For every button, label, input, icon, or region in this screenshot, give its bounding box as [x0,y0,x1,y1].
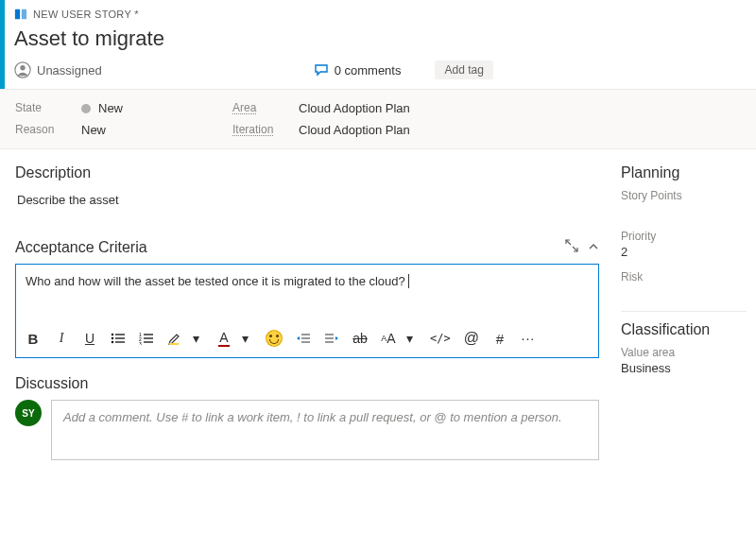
font-color-chevron-icon[interactable]: ▾ [237,329,252,348]
story-points-field[interactable] [621,204,747,218]
area-label: Area [232,101,289,115]
iteration-label: Iteration [232,123,289,137]
add-tag-button[interactable]: Add tag [435,60,492,79]
acceptance-criteria-editor[interactable]: Who and how will the asset be tested onc… [15,264,599,358]
avatar: SY [15,400,42,426]
fullscreen-icon[interactable] [565,239,578,256]
description-editor[interactable]: Describe the asset [15,189,599,230]
priority-field[interactable]: 2 [621,245,747,259]
svg-point-6 [112,341,113,343]
emoji-button[interactable] [266,329,283,348]
highlight-chevron-icon[interactable]: ▾ [188,329,203,348]
svg-text:3: 3 [139,341,142,345]
story-points-label: Story Points [621,189,747,202]
font-color-button[interactable]: A [216,329,232,348]
more-button[interactable]: ··· [521,329,536,348]
state-label: State [15,101,72,115]
acceptance-heading: Acceptance Criteria [15,239,147,256]
text-size-chevron-icon[interactable]: ▾ [402,329,417,348]
work-item-type-label: NEW USER STORY * [33,9,139,20]
svg-point-4 [112,334,113,335]
risk-field[interactable] [621,285,747,300]
bullet-list-button[interactable] [111,329,126,348]
svg-rect-0 [15,9,20,20]
highlight-button[interactable] [167,329,182,348]
reason-label: Reason [15,123,72,137]
text-size-button[interactable]: AA [381,329,396,348]
bold-button[interactable]: B [26,329,41,348]
assignee-label: Unassigned [37,63,102,77]
comments-link[interactable]: 0 comments [314,62,413,77]
hash-button[interactable]: # [492,329,507,348]
discussion-comment-input[interactable]: Add a comment. Use # to link a work item… [51,400,599,460]
work-item-title[interactable]: Asset to migrate [14,26,741,51]
svg-point-3 [20,65,25,70]
state-value: New [98,101,123,115]
editor-toolbar: B I U 123 ▾ A ▾ ab AA ▾ </> @ # ··· [16,323,598,357]
discussion-heading: Discussion [15,375,599,392]
risk-label: Risk [621,270,747,284]
state-picker[interactable]: New [81,101,223,115]
value-area-label: Value area [621,346,747,359]
outdent-button[interactable] [296,329,311,348]
state-dot-icon [81,104,91,113]
area-picker[interactable]: Cloud Adoption Plan [299,101,741,115]
mention-button[interactable]: @ [464,329,479,348]
person-icon [14,61,31,78]
divider [621,311,747,312]
indent-button[interactable] [324,329,339,348]
value-area-field[interactable]: Business [621,361,747,375]
svg-point-5 [112,337,113,339]
collapse-icon[interactable] [588,239,599,256]
iteration-picker[interactable]: Cloud Adoption Plan [299,123,741,137]
underline-button[interactable]: U [82,329,97,348]
svg-rect-10 [169,343,179,345]
comment-icon [314,62,329,77]
svg-rect-1 [22,9,26,20]
italic-button[interactable]: I [54,329,69,348]
reason-picker[interactable]: New [81,123,223,137]
strikethrough-button[interactable]: ab [352,329,368,348]
acceptance-content: Who and how will the asset be tested onc… [26,274,405,288]
user-story-icon [14,8,27,21]
description-heading: Description [15,164,599,181]
smiley-icon [266,330,283,347]
assignee-picker[interactable]: Unassigned [14,61,102,78]
planning-heading: Planning [621,164,747,181]
numbered-list-button[interactable]: 123 [139,329,154,348]
code-button[interactable]: </> [430,329,451,348]
classification-heading: Classification [621,321,747,338]
priority-label: Priority [621,230,747,243]
comments-count: 0 comments [335,63,402,77]
